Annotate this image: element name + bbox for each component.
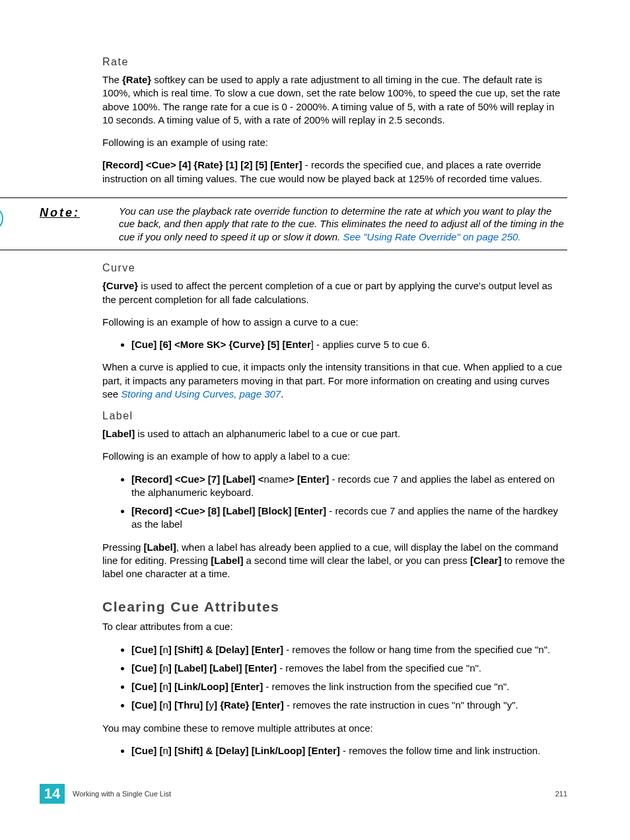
var: n [163, 644, 168, 655]
info-icon: i [0, 206, 3, 231]
text: - removes the label from the specified c… [277, 662, 481, 674]
rate-p1: The {Rate} softkey can be used to apply … [102, 73, 567, 127]
rate-heading: Rate [102, 56, 567, 68]
clearing-item-4: [Cue] [n] [Thru] [y] {Rate} [Enter] - re… [131, 699, 567, 712]
text: is used to affect the percent completion… [102, 280, 552, 304]
cmd: ] [Shift] & [Delay] [Link/Loop] [Enter] [168, 745, 340, 756]
cmd: [Cue] [ [131, 745, 163, 756]
rate-p3: [Record] <Cue> [4] {Rate} [1] [2] [5] [E… [102, 158, 567, 186]
label-example-2: [Record] <Cue> [8] [Label] [Block] [Ente… [131, 505, 567, 532]
var: name [263, 473, 289, 485]
rate-softkey: {Rate} [122, 74, 151, 85]
label-key: [Label] [102, 428, 135, 439]
var: n [163, 662, 168, 674]
var: n [163, 681, 168, 692]
clearing-item-5: [Cue] [n] [Shift] & [Delay] [Link/Loop] … [131, 744, 567, 757]
curve-p1: {Curve} is used to affect the percent co… [102, 279, 567, 306]
cmd: ] [Thru] [ [168, 699, 209, 711]
text: softkey can be used to apply a rate adju… [102, 74, 560, 125]
text: is used to attach an alphanumeric label … [135, 428, 400, 439]
cmd: > [Enter] [289, 473, 329, 485]
label-example-1: [Record] <Cue> [7] [Label] <name> [Enter… [131, 473, 567, 500]
label-heading: Label [102, 410, 567, 422]
key: [Clear] [470, 555, 502, 566]
curve-heading: Curve [102, 262, 567, 274]
cmd: ] [Label] [Label] [Enter] [168, 662, 277, 674]
rate-example-cmd: [Record] <Cue> [4] {Rate} [1] [2] [5] [E… [102, 159, 302, 170]
clearing-item-3: [Cue] [n] [Link/Loop] [Enter] - removes … [131, 680, 567, 693]
curve-example-item: [Cue] [6] <More SK> {Curve} [5] [Enter] … [131, 338, 567, 351]
cmd: ] {Rate} [Enter] [214, 699, 284, 711]
cmd: [Cue] [ [131, 662, 163, 674]
curve-p3: When a curve is applied to cue, it impac… [102, 361, 567, 401]
text: - removes the follow or hang time from t… [283, 644, 550, 655]
cmd: ] [Link/Loop] [Enter] [168, 681, 263, 692]
var: y [209, 699, 214, 711]
chapter-title: Working with a Single Cue List [73, 790, 171, 798]
text: - removes the link instruction from the … [263, 681, 509, 692]
label-p3: Pressing [Label], when a label has alrea… [102, 541, 567, 581]
cmd: ] [Shift] & [Delay] [Enter] [168, 644, 283, 655]
key: [Label] [144, 542, 176, 553]
cmd: [Record] <Cue> [8] [Label] [Block] [Ente… [131, 505, 326, 516]
note-label: Note: [40, 206, 80, 220]
rate-p2: Following is an example of using rate: [102, 136, 567, 149]
cmd: [Cue] [ [131, 699, 163, 711]
text: Pressing [102, 542, 144, 553]
cmd: [Record] <Cue> [7] [Label] < [131, 473, 263, 485]
curve-link[interactable]: Storing and Using Curves, page 307 [121, 388, 281, 400]
text: The [102, 74, 122, 85]
text: ] - applies curve 5 to cue 6. [311, 339, 430, 350]
key: [Label] [211, 555, 243, 566]
text: - removes the rate instruction in cues "… [284, 699, 518, 711]
label-p2: Following is an example of how to apply … [102, 450, 567, 463]
clearing-p2: You may combine these to remove multiple… [102, 722, 567, 735]
curve-softkey: {Curve} [102, 280, 138, 291]
curve-example-cmd: [Cue] [6] <More SK> {Curve} [5] [Enter [131, 339, 311, 350]
note-text: You can use the playback rate override f… [119, 205, 567, 244]
page-number: 211 [555, 790, 567, 798]
text: - removes the follow time and link instr… [340, 745, 540, 756]
chapter-number: 14 [40, 784, 65, 804]
clearing-heading: Clearing Cue Attributes [102, 599, 567, 615]
var: n [163, 699, 168, 711]
var: n [163, 745, 168, 756]
text: a second time will clear the label, or y… [243, 555, 470, 566]
cmd: [Cue] [ [131, 681, 163, 692]
curve-p2: Following is an example of how to assign… [102, 316, 567, 329]
note-block: i Note: You can use the playback rate ov… [0, 197, 567, 251]
label-p1: [Label] is used to attach an alphanumeri… [102, 427, 567, 440]
text: . [281, 388, 283, 400]
clearing-item-2: [Cue] [n] [Label] [Label] [Enter] - remo… [131, 662, 567, 675]
page-footer: 14 Working with a Single Cue List 211 [40, 784, 567, 804]
clearing-item-1: [Cue] [n] [Shift] & [Delay] [Enter] - re… [131, 643, 567, 656]
cmd: [Cue] [ [131, 644, 163, 655]
clearing-p1: To clear attributes from a cue: [102, 620, 567, 633]
note-link[interactable]: See "Using Rate Override" on page 250. [343, 231, 520, 242]
